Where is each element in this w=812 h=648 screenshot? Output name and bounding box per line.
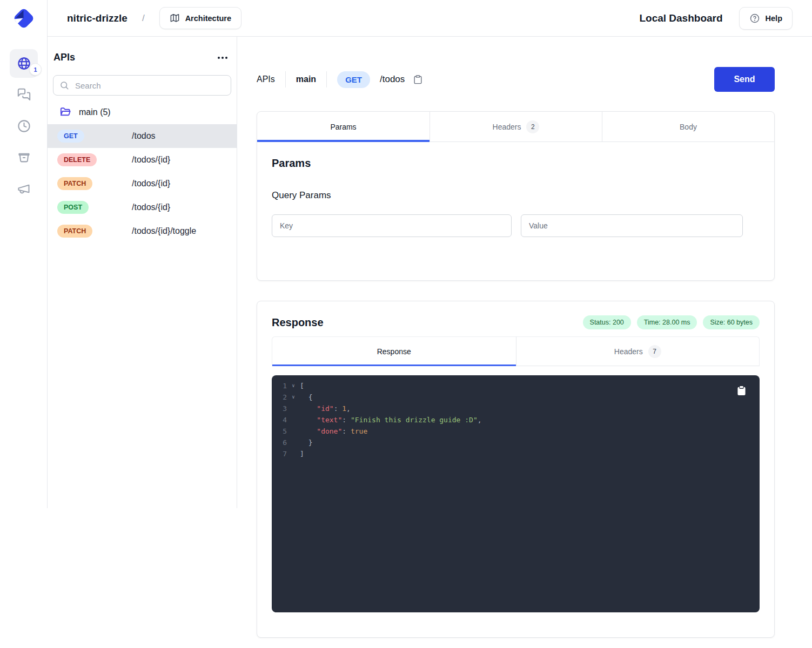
clipboard-icon bbox=[413, 75, 423, 85]
code-token: "done" bbox=[300, 426, 342, 437]
breadcrumb-divider bbox=[326, 71, 327, 87]
tab-label: Headers bbox=[493, 123, 521, 131]
endpoint-row[interactable]: PATCH /todos/{id}/toggle bbox=[48, 219, 237, 243]
breadcrumb-divider bbox=[285, 71, 286, 87]
app-window: 1 bbox=[0, 0, 812, 648]
megaphone-icon bbox=[17, 181, 31, 196]
endpoint-path: /todos/{id}/toggle bbox=[132, 226, 196, 236]
method-pill: GET bbox=[57, 130, 84, 143]
fold-spacer bbox=[287, 448, 300, 460]
code-line: 5 "done": true bbox=[272, 426, 760, 437]
method-pill: PATCH bbox=[57, 225, 92, 238]
param-key-input[interactable] bbox=[272, 214, 512, 237]
code-token: [ bbox=[300, 380, 304, 392]
sidebar-title: APIs bbox=[53, 52, 75, 63]
main-content: APIs main GET /todos Send bbox=[237, 37, 812, 648]
tab-response-headers[interactable]: Headers 7 bbox=[516, 337, 760, 366]
code-token: : bbox=[342, 414, 351, 426]
tab-label: Params bbox=[330, 123, 356, 131]
copy-response-button[interactable] bbox=[736, 384, 747, 397]
breadcrumb: APIs main GET /todos bbox=[257, 71, 424, 88]
code-line: 3 "id": 1, bbox=[272, 403, 760, 414]
code-token: { bbox=[300, 392, 312, 403]
endpoint-row[interactable]: GET /todos bbox=[48, 124, 237, 148]
clock-icon bbox=[17, 119, 31, 133]
headers-count-badge: 2 bbox=[526, 120, 539, 133]
tab-params[interactable]: Params bbox=[257, 112, 430, 141]
fold-spacer bbox=[287, 426, 300, 437]
clipboard-icon bbox=[737, 386, 746, 396]
code-line: 2 ∨ { bbox=[272, 392, 760, 403]
tab-label: Headers bbox=[614, 347, 643, 356]
rail-item-schedules[interactable] bbox=[10, 112, 38, 140]
fold-spacer bbox=[287, 414, 300, 426]
copy-path-button[interactable] bbox=[412, 73, 424, 86]
breadcrumb-separator: / bbox=[142, 13, 145, 24]
response-headers-count-badge: 7 bbox=[648, 345, 661, 358]
time-badge: Time: 28.00 ms bbox=[637, 315, 697, 329]
line-number: 3 bbox=[272, 403, 287, 414]
code-line: 1 ∨ [ bbox=[272, 380, 760, 392]
query-params-subtitle: Query Params bbox=[272, 190, 760, 201]
rail-item-apis[interactable]: 1 bbox=[10, 49, 38, 78]
endpoint-path: /todos/{id} bbox=[132, 179, 170, 188]
request-tabs: Params Headers 2 Body bbox=[257, 112, 774, 142]
tab-label: Response bbox=[377, 347, 411, 356]
code-line: 6 } bbox=[272, 437, 760, 448]
method-pill: PATCH bbox=[57, 177, 92, 190]
rail-item-storage[interactable] bbox=[10, 143, 38, 172]
api-folder-main[interactable]: main (5) bbox=[53, 106, 231, 118]
ellipsis-icon bbox=[217, 56, 228, 59]
status-badge: Status: 200 bbox=[583, 315, 631, 329]
endpoint-path: /todos/{id} bbox=[132, 202, 170, 212]
sidebar-menu-button[interactable] bbox=[214, 53, 231, 63]
endpoint-row[interactable]: DELETE /todos/{id} bbox=[48, 148, 237, 172]
code-token: "text" bbox=[300, 414, 342, 426]
endpoint-path: /todos bbox=[132, 131, 156, 141]
code-token: 1 bbox=[342, 403, 346, 414]
folder-open-icon bbox=[59, 106, 72, 118]
architecture-label: Architecture bbox=[185, 14, 231, 23]
request-card: Params Headers 2 Body Params Query Param… bbox=[257, 111, 775, 281]
fold-chevron-icon[interactable]: ∨ bbox=[287, 380, 300, 392]
folder-label: main (5) bbox=[79, 107, 111, 117]
response-card: Response Status: 200 Time: 28.00 ms Size… bbox=[257, 301, 775, 638]
search-input[interactable] bbox=[74, 80, 225, 91]
endpoint-row[interactable]: PATCH /todos/{id} bbox=[48, 172, 237, 195]
architecture-button[interactable]: Architecture bbox=[159, 7, 241, 29]
fold-spacer bbox=[287, 437, 300, 448]
endpoint-row[interactable]: POST /todos/{id} bbox=[48, 195, 237, 219]
tab-headers[interactable]: Headers 2 bbox=[430, 112, 602, 141]
top-bar: nitric-drizzle / Architecture Local Dash… bbox=[48, 0, 812, 37]
send-button[interactable]: Send bbox=[714, 67, 775, 92]
line-number: 7 bbox=[272, 448, 287, 460]
response-badges: Status: 200 Time: 28.00 ms Size: 60 byte… bbox=[583, 315, 760, 329]
help-label: Help bbox=[766, 14, 782, 23]
tab-body[interactable]: Body bbox=[602, 112, 774, 141]
nitric-logo-icon[interactable] bbox=[11, 6, 36, 31]
response-editor[interactable]: 1 ∨ [ 2 ∨ { 3 bbox=[272, 375, 760, 612]
chat-bubbles-icon bbox=[17, 87, 31, 102]
breadcrumb-group: main bbox=[296, 75, 316, 84]
code-line: 4 "text": "Finish this drizzle guide :D"… bbox=[272, 414, 760, 426]
tab-label: Body bbox=[680, 123, 697, 131]
endpoint-list: GET /todos DELETE /todos/{id} PATCH /tod… bbox=[48, 124, 237, 243]
rail-item-topics[interactable] bbox=[10, 174, 38, 203]
fold-chevron-icon[interactable]: ∨ bbox=[287, 392, 300, 403]
method-pill: DELETE bbox=[57, 153, 97, 166]
param-value-input[interactable] bbox=[521, 214, 743, 237]
code-token: : bbox=[334, 403, 343, 414]
tab-response[interactable]: Response bbox=[272, 337, 516, 366]
line-number: 4 bbox=[272, 414, 287, 426]
code-token: true bbox=[351, 426, 367, 437]
icon-rail: 1 bbox=[0, 0, 48, 648]
project-name: nitric-drizzle bbox=[67, 12, 127, 24]
help-button[interactable]: Help bbox=[739, 7, 793, 30]
code-token: ] bbox=[300, 448, 304, 460]
endpoint-path: /todos/{id} bbox=[132, 155, 170, 165]
line-number: 5 bbox=[272, 426, 287, 437]
search-box bbox=[53, 75, 231, 96]
response-tabs: Response Headers 7 bbox=[272, 336, 760, 366]
rail-item-websockets[interactable] bbox=[10, 80, 38, 109]
method-pill: GET bbox=[337, 71, 370, 88]
